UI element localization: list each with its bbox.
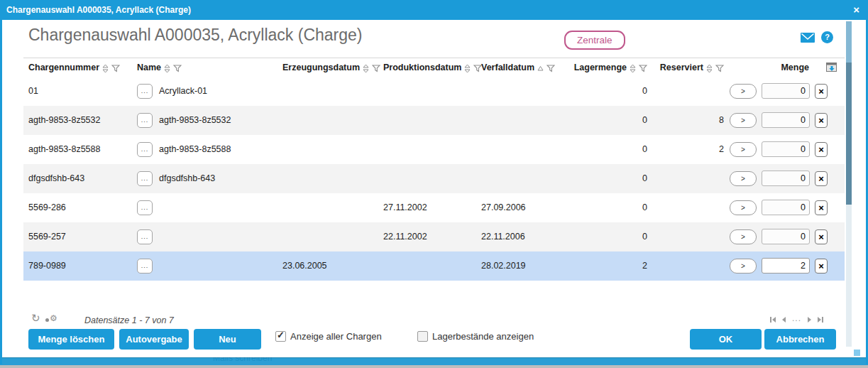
clear-quantity-button[interactable]: × <box>815 259 828 274</box>
sort-icon[interactable] <box>630 59 636 77</box>
sort-icon[interactable] <box>164 59 170 77</box>
scrollbar-thumb[interactable] <box>846 63 852 205</box>
cell-chargennummer: 5569-257 <box>28 222 132 251</box>
previous-page-button[interactable] <box>782 317 786 323</box>
cell-name: dfgsdfshb-643 <box>159 164 215 193</box>
cell-lagermenge: 0 <box>563 193 647 222</box>
column-header-lagermenge[interactable]: Lagermenge <box>563 58 647 77</box>
menge-input[interactable] <box>762 83 810 99</box>
table-row[interactable]: 5569-286...27.11.200227.09.20060>× <box>23 193 845 222</box>
sort-icon[interactable] <box>363 59 369 77</box>
checkbox-box[interactable] <box>417 331 428 342</box>
records-count-label: Datensätze 1 - 7 von 7 <box>84 315 174 325</box>
filter-icon[interactable] <box>372 59 380 77</box>
clear-quantity-button[interactable]: × <box>815 113 828 128</box>
sort-ascending-icon[interactable] <box>537 59 544 77</box>
dialog-left-border <box>0 0 2 364</box>
column-header-produktionsdatum[interactable]: Produktionsdatum <box>383 58 479 77</box>
column-header-name[interactable]: Name <box>137 58 279 77</box>
name-lookup-button[interactable]: ... <box>137 259 153 274</box>
filter-icon[interactable] <box>111 59 120 77</box>
mail-icon[interactable] <box>801 33 815 43</box>
checkbox-lagerbestaende-anzeigen[interactable]: Lagerbestände anzeigen <box>417 331 534 342</box>
name-lookup-button[interactable]: ... <box>137 84 153 99</box>
column-header-erzeugungsdatum[interactable]: Erzeugungsdatum <box>282 58 378 77</box>
cell-produktionsdatum: 22.11.2002 <box>383 222 479 251</box>
cell-erzeugungsdatum <box>282 135 378 164</box>
checkbox-box[interactable] <box>275 331 286 342</box>
column-header-menge[interactable]: Menge <box>733 58 809 77</box>
column-header-chargennummer[interactable]: Chargennummer <box>28 58 132 77</box>
filter-icon[interactable] <box>715 59 724 77</box>
autovergabe-button[interactable]: Autovergabe <box>119 329 189 350</box>
abbrechen-button[interactable]: Abbrechen <box>764 329 836 350</box>
dialog-title: Chargenauswahl A000035, Acryllack (Charg… <box>6 0 191 20</box>
export-grid-icon[interactable] <box>826 63 837 72</box>
menge-input[interactable] <box>762 229 810 244</box>
last-page-button[interactable] <box>818 317 823 323</box>
refresh-icon[interactable]: ↻ <box>31 312 40 325</box>
next-page-button[interactable] <box>808 317 811 323</box>
cell-lagermenge: 2 <box>563 251 647 281</box>
table-row[interactable]: 01...Acryllack-010>× <box>23 77 845 106</box>
cell-erzeugungsdatum <box>282 164 378 193</box>
table-row[interactable]: 789-0989...23.06.200528.02.20192>× <box>23 251 845 281</box>
column-label: Erzeugungsdatum <box>282 63 360 72</box>
transfer-quantity-button[interactable]: > <box>730 113 757 128</box>
cell-reserviert: 2 <box>651 135 724 164</box>
vertical-scrollbar[interactable] <box>846 21 852 347</box>
name-lookup-button[interactable]: ... <box>137 229 153 244</box>
filter-icon[interactable] <box>173 59 182 77</box>
clear-quantity-button[interactable]: × <box>815 142 828 157</box>
checkbox-anzeige-aller-chargen[interactable]: Anzeige aller Chargen <box>275 331 382 342</box>
name-lookup-button[interactable]: ... <box>137 142 153 157</box>
menge-loeschen-button[interactable]: Menge löschen <box>28 329 114 350</box>
transfer-quantity-button[interactable]: > <box>730 259 757 274</box>
table-header: ChargennummerNameErzeugungsdatumProdukti… <box>23 58 845 77</box>
name-lookup-button[interactable]: ... <box>137 200 153 215</box>
first-page-button[interactable] <box>770 317 776 323</box>
scrollbar-segment <box>846 21 852 63</box>
transfer-quantity-button[interactable]: > <box>730 84 757 99</box>
table-row[interactable]: dfgsdfshb-643...dfgsdfshb-6430>× <box>23 164 845 193</box>
clear-quantity-button[interactable]: × <box>815 200 828 215</box>
table-row[interactable]: agth-9853-8z5532...agth-9853-8z553208>× <box>23 106 845 135</box>
transfer-quantity-button[interactable]: > <box>730 200 757 215</box>
dialog-titlebar: Chargenauswahl A000035, Acryllack (Charg… <box>0 0 868 20</box>
help-icon[interactable]: ? <box>821 31 833 43</box>
cell-chargennummer: 5569-286 <box>28 193 132 222</box>
cell-verfalldatum: 27.09.2006 <box>481 193 573 222</box>
cell-verfalldatum: 28.02.2019 <box>481 251 573 281</box>
settings-gears-icon[interactable]: ⚙ <box>45 313 57 323</box>
transfer-quantity-button[interactable]: > <box>730 229 757 244</box>
clear-quantity-button[interactable]: × <box>815 84 828 99</box>
transfer-quantity-button[interactable]: > <box>730 171 757 186</box>
sort-icon[interactable] <box>706 59 713 77</box>
close-icon[interactable]: × <box>853 0 859 19</box>
column-label: Menge <box>781 63 809 72</box>
table-row[interactable]: agth-9853-8z5588...agth-9853-8z558802>× <box>23 135 845 164</box>
resize-grip[interactable] <box>854 350 860 356</box>
clear-quantity-button[interactable]: × <box>815 171 828 186</box>
column-header-reserviert[interactable]: Reserviert <box>651 58 724 77</box>
page-title: Chargenauswahl A000035, Acryllack (Charg… <box>28 26 363 45</box>
menge-input[interactable] <box>762 200 810 215</box>
menge-input[interactable] <box>762 141 810 157</box>
menge-input[interactable] <box>762 171 810 186</box>
menge-input[interactable] <box>762 112 810 128</box>
ok-button[interactable]: OK <box>690 329 762 350</box>
menge-input[interactable] <box>762 258 810 274</box>
sort-icon[interactable] <box>464 59 471 77</box>
sort-icon[interactable] <box>102 59 109 77</box>
filter-icon[interactable] <box>546 59 555 77</box>
name-lookup-button[interactable]: ... <box>137 113 153 128</box>
neu-button[interactable]: Neu <box>194 329 261 350</box>
cell-erzeugungsdatum <box>282 77 378 106</box>
table-row[interactable]: 5569-257...22.11.200222.11.20060>× <box>23 222 845 251</box>
transfer-quantity-button[interactable]: > <box>730 142 757 157</box>
filter-icon[interactable] <box>639 59 647 77</box>
column-label: Name <box>137 63 161 72</box>
clear-quantity-button[interactable]: × <box>815 229 828 244</box>
name-lookup-button[interactable]: ... <box>137 171 153 186</box>
column-header-verfalldatum[interactable]: Verfalldatum <box>481 58 573 77</box>
